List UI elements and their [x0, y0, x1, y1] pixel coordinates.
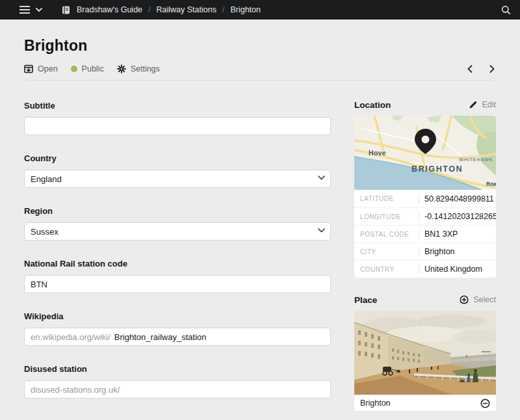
longitude-value: -0.141202031282655 [424, 212, 496, 221]
column-divider [419, 247, 419, 256]
place-panel-header: Place Select [354, 295, 496, 305]
wikipedia-label: Wikipedia [24, 311, 331, 322]
plus-circle-icon [460, 295, 469, 304]
latitude-value: 50.8294048999811 [424, 194, 494, 203]
wikipedia-url-prefix: en.wikipedia.org/wiki/ [31, 332, 110, 342]
table-row-country: COUNTRY United Kingdom [354, 260, 496, 278]
search-button[interactable] [501, 5, 511, 15]
country-label: Country [24, 153, 331, 164]
pencil-icon [469, 101, 477, 109]
column-divider [419, 230, 419, 239]
country-row-label: COUNTRY [360, 266, 419, 273]
table-row-postal-code: POSTAL CODE BN1 3XP [354, 225, 496, 243]
place-item-row: Brighton [354, 395, 496, 411]
page-content: Brighton Open Public Settings [0, 37, 520, 417]
field-wikipedia: Wikipedia en.wikipedia.org/wiki/ [24, 311, 331, 346]
status-label: Public [82, 64, 104, 73]
station-code-label: National Rail station code [24, 259, 331, 269]
edit-location-button[interactable]: Edit [469, 100, 496, 109]
disused-station-label: Disused station [24, 364, 331, 374]
open-in-browser-icon [24, 64, 33, 73]
brighton-seafront-painting [354, 311, 496, 395]
longitude-label: LONGITUDE [360, 213, 419, 220]
next-item-button[interactable] [489, 65, 495, 73]
place-item-label: Brighton [360, 399, 391, 408]
breadcrumb-separator: / [148, 5, 150, 14]
chevron-down-icon [36, 8, 42, 12]
open-label: Open [38, 64, 58, 73]
location-title: Location [354, 100, 391, 110]
edit-label: Edit [482, 100, 496, 109]
breadcrumb-item-guide[interactable]: Bradshaw's Guide [77, 5, 142, 14]
breadcrumb: Bradshaw's Guide / Railway Stations / Br… [62, 5, 261, 14]
latitude-label: LATITUDE [360, 195, 419, 202]
item-toolbar: Open Public Settings [24, 64, 496, 81]
place-image-thumbnail[interactable] [354, 311, 496, 395]
station-code-input[interactable] [24, 275, 331, 293]
wikipedia-input[interactable] [114, 328, 324, 345]
field-country: Country England [24, 153, 331, 188]
chevron-right-icon [489, 65, 495, 73]
page-title: Brighton [24, 37, 496, 55]
item-pager [467, 65, 495, 73]
location-panel-header: Location Edit [354, 99, 496, 110]
region-select[interactable]: Sussex [24, 222, 331, 241]
place-card: Brighton [354, 311, 496, 411]
wikipedia-input-group: en.wikipedia.org/wiki/ [24, 328, 331, 346]
city-label: CITY [360, 248, 419, 256]
field-region: Region Sussex [24, 206, 331, 241]
country-row-value: United Kingdom [424, 265, 490, 274]
field-disused-station: Disused station disused-stations.org.uk/ [24, 364, 331, 399]
select-place-button[interactable]: Select [460, 295, 496, 304]
region-label: Region [24, 206, 331, 217]
status-button[interactable]: Public [71, 64, 104, 73]
column-divider [419, 194, 419, 203]
column-divider [419, 212, 419, 221]
place-title: Place [354, 295, 377, 305]
topbar: Bradshaw's Guide / Railway Stations / Br… [0, 0, 520, 20]
chevron-left-icon [467, 65, 473, 73]
hamburger-icon [20, 6, 30, 14]
breadcrumb-item-collection[interactable]: Railway Stations [157, 5, 216, 14]
table-row-city: CITY Brighton [354, 243, 496, 260]
status-dot-icon [71, 66, 77, 72]
search-icon [501, 5, 511, 15]
settings-button[interactable]: Settings [117, 64, 160, 73]
select-label: Select [473, 295, 496, 304]
remove-place-button[interactable] [480, 399, 490, 408]
hamburger-menu-button[interactable] [20, 6, 30, 14]
edit-form: Subtitle Country England Region [24, 101, 331, 417]
gear-icon [117, 64, 126, 73]
field-subtitle: Subtitle [24, 101, 331, 135]
location-card: Hove BRIGHTON WHITEHAWK Roe LATITUDE 50.… [354, 116, 496, 278]
location-details-table: LATITUDE 50.8294048999811 LONGITUDE -0.1… [354, 190, 496, 278]
settings-label: Settings [131, 64, 160, 73]
open-button[interactable]: Open [24, 64, 58, 73]
breadcrumb-separator: / [222, 5, 224, 14]
column-divider [419, 265, 419, 274]
map-preview[interactable]: Hove BRIGHTON WHITEHAWK Roe [354, 116, 496, 190]
subtitle-label: Subtitle [24, 101, 331, 111]
sidebar-panels: Location Edit [354, 99, 496, 417]
field-station-code: National Rail station code [24, 259, 331, 293]
table-row-latitude: LATITUDE 50.8294048999811 [354, 190, 496, 207]
book-icon [62, 6, 70, 14]
table-row-longitude: LONGITUDE -0.141202031282655 [354, 207, 496, 225]
postal-code-label: POSTAL CODE [360, 231, 419, 238]
subtitle-input[interactable] [24, 117, 331, 135]
disused-station-url-prefix: disused-stations.org.uk/ [31, 385, 120, 395]
postal-code-value: BN1 3XP [424, 230, 490, 239]
breadcrumb-item-current[interactable]: Brighton [230, 5, 261, 14]
previous-item-button[interactable] [467, 65, 473, 73]
country-select[interactable]: England [24, 170, 331, 188]
module-switcher-button[interactable] [36, 8, 42, 12]
minus-circle-icon [480, 399, 490, 408]
map-image [354, 116, 496, 190]
disused-station-input-group: disused-stations.org.uk/ [24, 380, 331, 399]
disused-station-input[interactable] [124, 381, 324, 398]
city-value: Brighton [424, 247, 490, 256]
